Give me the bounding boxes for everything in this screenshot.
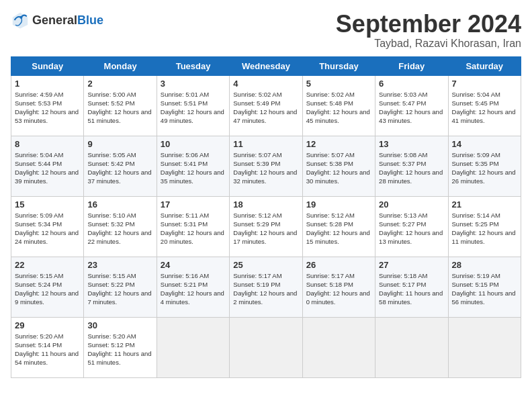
cell-info: Sunrise: 5:01 AMSunset: 5:51 PMDaylight:… (161, 90, 226, 126)
calendar-cell: 30Sunrise: 5:20 AMSunset: 5:12 PMDayligh… (84, 317, 157, 377)
calendar-cell: 3Sunrise: 5:01 AMSunset: 5:51 PMDaylight… (157, 75, 229, 136)
col-saturday: Saturday (448, 56, 521, 75)
calendar-cell: 27Sunrise: 5:18 AMSunset: 5:17 PMDayligh… (375, 257, 448, 317)
logo: GeneralBlue (11, 11, 103, 30)
logo-icon (11, 11, 30, 30)
calendar-header-row: Sunday Monday Tuesday Wednesday Thursday… (11, 56, 521, 75)
calendar-cell: 22Sunrise: 5:15 AMSunset: 5:24 PMDayligh… (11, 257, 84, 317)
calendar-cell: 20Sunrise: 5:13 AMSunset: 5:27 PMDayligh… (375, 196, 448, 257)
day-number: 25 (233, 260, 298, 270)
calendar-week-row: 15Sunrise: 5:09 AMSunset: 5:34 PMDayligh… (11, 196, 521, 257)
day-number: 14 (452, 139, 517, 149)
day-number: 18 (233, 199, 298, 210)
calendar-cell (302, 317, 375, 377)
cell-info: Sunrise: 5:08 AMSunset: 5:37 PMDaylight:… (379, 150, 444, 186)
day-number: 13 (379, 139, 444, 149)
calendar-week-row: 29Sunrise: 5:20 AMSunset: 5:14 PMDayligh… (11, 317, 521, 377)
cell-info: Sunrise: 5:04 AMSunset: 5:45 PMDaylight:… (452, 90, 517, 126)
calendar-cell: 5Sunrise: 5:02 AMSunset: 5:48 PMDaylight… (302, 75, 375, 136)
calendar-cell (230, 317, 302, 377)
calendar-cell: 19Sunrise: 5:12 AMSunset: 5:28 PMDayligh… (302, 196, 375, 257)
cell-info: Sunrise: 5:20 AMSunset: 5:14 PMDaylight:… (15, 332, 80, 367)
cell-info: Sunrise: 5:02 AMSunset: 5:48 PMDaylight:… (306, 90, 371, 126)
day-number: 2 (87, 79, 152, 89)
calendar-cell: 15Sunrise: 5:09 AMSunset: 5:34 PMDayligh… (11, 196, 84, 257)
calendar-cell (448, 317, 521, 377)
day-number: 3 (161, 79, 226, 89)
cell-info: Sunrise: 5:15 AMSunset: 5:22 PMDaylight:… (87, 271, 152, 307)
calendar-cell: 17Sunrise: 5:11 AMSunset: 5:31 PMDayligh… (157, 196, 229, 257)
col-thursday: Thursday (302, 56, 375, 75)
calendar-cell: 28Sunrise: 5:19 AMSunset: 5:15 PMDayligh… (448, 257, 521, 317)
day-number: 26 (306, 260, 371, 270)
title-block: September 2024 Taybad, Razavi Khorasan, … (336, 11, 521, 50)
calendar-cell: 1Sunrise: 4:59 AMSunset: 5:53 PMDaylight… (11, 75, 84, 136)
cell-info: Sunrise: 5:07 AMSunset: 5:38 PMDaylight:… (306, 150, 371, 186)
col-sunday: Sunday (11, 56, 84, 75)
calendar-week-row: 22Sunrise: 5:15 AMSunset: 5:24 PMDayligh… (11, 257, 521, 317)
calendar-cell: 26Sunrise: 5:17 AMSunset: 5:18 PMDayligh… (302, 257, 375, 317)
calendar-cell: 23Sunrise: 5:15 AMSunset: 5:22 PMDayligh… (84, 257, 157, 317)
cell-info: Sunrise: 5:18 AMSunset: 5:17 PMDaylight:… (379, 271, 444, 307)
day-number: 27 (379, 260, 444, 270)
cell-info: Sunrise: 5:19 AMSunset: 5:15 PMDaylight:… (452, 271, 517, 307)
calendar-cell: 2Sunrise: 5:00 AMSunset: 5:52 PMDaylight… (84, 75, 157, 136)
calendar-cell: 25Sunrise: 5:17 AMSunset: 5:19 PMDayligh… (230, 257, 302, 317)
day-number: 24 (161, 260, 226, 270)
calendar-cell: 6Sunrise: 5:03 AMSunset: 5:47 PMDaylight… (375, 75, 448, 136)
col-tuesday: Tuesday (157, 56, 229, 75)
cell-info: Sunrise: 5:16 AMSunset: 5:21 PMDaylight:… (161, 271, 226, 307)
month-title: September 2024 (336, 11, 521, 38)
location-subtitle: Taybad, Razavi Khorasan, Iran (336, 38, 521, 50)
col-monday: Monday (84, 56, 157, 75)
day-number: 22 (15, 260, 80, 270)
calendar-cell: 13Sunrise: 5:08 AMSunset: 5:37 PMDayligh… (375, 136, 448, 196)
cell-info: Sunrise: 5:13 AMSunset: 5:27 PMDaylight:… (379, 211, 444, 246)
day-number: 21 (452, 199, 517, 210)
day-number: 20 (379, 199, 444, 210)
calendar-cell: 9Sunrise: 5:05 AMSunset: 5:42 PMDaylight… (84, 136, 157, 196)
logo-text: GeneralBlue (32, 13, 103, 28)
cell-info: Sunrise: 4:59 AMSunset: 5:53 PMDaylight:… (15, 90, 80, 126)
calendar-cell: 18Sunrise: 5:12 AMSunset: 5:29 PMDayligh… (230, 196, 302, 257)
calendar-cell: 8Sunrise: 5:04 AMSunset: 5:44 PMDaylight… (11, 136, 84, 196)
calendar-cell: 10Sunrise: 5:06 AMSunset: 5:41 PMDayligh… (157, 136, 229, 196)
cell-info: Sunrise: 5:03 AMSunset: 5:47 PMDaylight:… (379, 90, 444, 126)
cell-info: Sunrise: 5:09 AMSunset: 5:35 PMDaylight:… (452, 150, 517, 186)
day-number: 16 (87, 199, 152, 210)
calendar-week-row: 1Sunrise: 4:59 AMSunset: 5:53 PMDaylight… (11, 75, 521, 136)
day-number: 10 (161, 139, 226, 149)
day-number: 23 (87, 260, 152, 270)
calendar-cell: 21Sunrise: 5:14 AMSunset: 5:25 PMDayligh… (448, 196, 521, 257)
day-number: 1 (15, 79, 80, 89)
day-number: 29 (15, 320, 80, 330)
cell-info: Sunrise: 5:17 AMSunset: 5:18 PMDaylight:… (306, 271, 371, 307)
cell-info: Sunrise: 5:17 AMSunset: 5:19 PMDaylight:… (233, 271, 298, 307)
day-number: 17 (161, 199, 226, 210)
cell-info: Sunrise: 5:00 AMSunset: 5:52 PMDaylight:… (87, 90, 152, 126)
page-header: GeneralBlue September 2024 Taybad, Razav… (11, 11, 521, 50)
calendar-cell: 11Sunrise: 5:07 AMSunset: 5:39 PMDayligh… (230, 136, 302, 196)
cell-info: Sunrise: 5:11 AMSunset: 5:31 PMDaylight:… (161, 211, 226, 246)
calendar-cell: 7Sunrise: 5:04 AMSunset: 5:45 PMDaylight… (448, 75, 521, 136)
calendar-cell (375, 317, 448, 377)
col-wednesday: Wednesday (230, 56, 302, 75)
day-number: 5 (306, 79, 371, 89)
calendar-cell: 24Sunrise: 5:16 AMSunset: 5:21 PMDayligh… (157, 257, 229, 317)
day-number: 30 (87, 320, 152, 330)
day-number: 6 (379, 79, 444, 89)
calendar-cell: 14Sunrise: 5:09 AMSunset: 5:35 PMDayligh… (448, 136, 521, 196)
cell-info: Sunrise: 5:15 AMSunset: 5:24 PMDaylight:… (15, 271, 80, 307)
day-number: 4 (233, 79, 298, 89)
calendar-cell: 4Sunrise: 5:02 AMSunset: 5:49 PMDaylight… (230, 75, 302, 136)
calendar-table: Sunday Monday Tuesday Wednesday Thursday… (11, 56, 521, 378)
svg-point-1 (19, 16, 22, 19)
cell-info: Sunrise: 5:14 AMSunset: 5:25 PMDaylight:… (452, 211, 517, 246)
day-number: 9 (87, 139, 152, 149)
calendar-cell (157, 317, 229, 377)
day-number: 19 (306, 199, 371, 210)
day-number: 11 (233, 139, 298, 149)
cell-info: Sunrise: 5:07 AMSunset: 5:39 PMDaylight:… (233, 150, 298, 186)
col-friday: Friday (375, 56, 448, 75)
cell-info: Sunrise: 5:02 AMSunset: 5:49 PMDaylight:… (233, 90, 298, 126)
